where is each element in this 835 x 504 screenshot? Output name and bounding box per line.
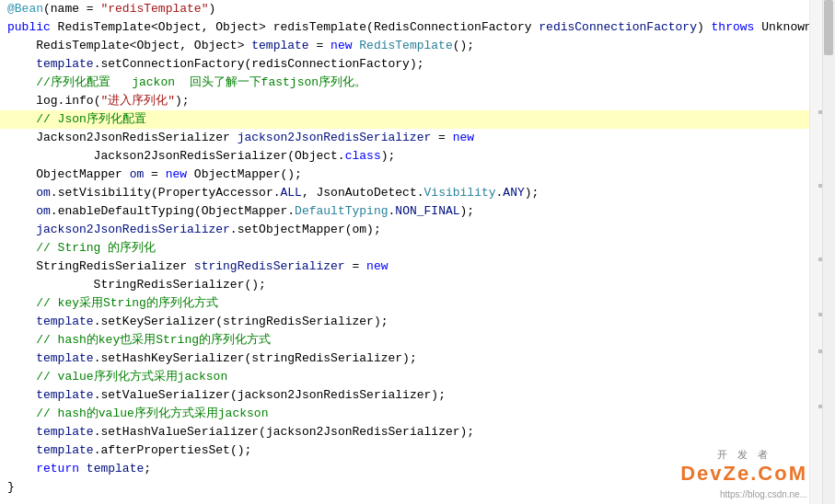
code-editor: @Bean(name = "redisTemplate") public Red… bbox=[0, 0, 835, 504]
code-line-11: om.setVisibility(PropertyAccessor.ALL, J… bbox=[0, 184, 835, 202]
code-line-14: // String 的序列化 bbox=[0, 239, 835, 258]
code-line-16: StringRedisSerializer(); bbox=[0, 276, 835, 294]
code-line-10: ObjectMapper om = new ObjectMapper(); bbox=[0, 166, 835, 184]
watermark-bottom-text: DevZe.CoM bbox=[680, 462, 807, 486]
scrollbar-thumb[interactable] bbox=[824, 0, 833, 55]
watermark: 开 发 者 DevZe.CoM bbox=[680, 448, 807, 486]
vertical-scrollbar[interactable] bbox=[822, 0, 835, 504]
code-line-6: log.info("进入序列化"); bbox=[0, 92, 835, 110]
code-line-18: template.setKeySerializer(stringRedisSer… bbox=[0, 313, 835, 331]
code-line-13: jackson2JsonRedisSerializer.setObjectMap… bbox=[0, 221, 835, 239]
url-label: https://blog.csdn.ne... bbox=[720, 489, 807, 499]
minimap[interactable] bbox=[809, 0, 822, 504]
code-line-9: Jackson2JsonRedisSerializer(Object.class… bbox=[0, 147, 835, 166]
code-line-20: template.setHashKeySerializer(stringRedi… bbox=[0, 349, 835, 368]
code-line-3: RedisTemplate<Object, Object> template =… bbox=[0, 37, 835, 55]
annotation-bean: @Bean bbox=[7, 0, 43, 18]
code-line-7: // Json序列化配置 bbox=[0, 110, 835, 129]
code-line-23: // hash的value序列化方式采用jackson bbox=[0, 405, 835, 423]
code-line-5: //序列化配置 jackon 回头了解一下fastjson序列化。 bbox=[0, 74, 835, 92]
code-line-19: // hash的key也采用String的序列化方式 bbox=[0, 331, 835, 349]
code-line-21: // value序列化方式采用jackson bbox=[0, 368, 835, 386]
code-area[interactable]: @Bean(name = "redisTemplate") public Red… bbox=[0, 0, 835, 504]
code-line-17: // key采用String的序列化方式 bbox=[0, 294, 835, 313]
code-line-12: om.enableDefaultTyping(ObjectMapper.Defa… bbox=[0, 202, 835, 221]
code-line-1: @Bean(name = "redisTemplate") bbox=[0, 0, 835, 18]
code-line-2: public RedisTemplate<Object, Object> red… bbox=[0, 18, 835, 37]
code-line-15: StringRedisSerializer stringRedisSeriali… bbox=[0, 258, 835, 276]
code-line-24: template.setHashValueSerializer(jackson2… bbox=[0, 423, 835, 441]
code-line-22: template.setValueSerializer(jackson2Json… bbox=[0, 386, 835, 405]
code-line-8: Jackson2JsonRedisSerializer jackson2Json… bbox=[0, 129, 835, 147]
watermark-top-text: 开 发 者 bbox=[717, 448, 771, 462]
code-line-4: template.setConnectionFactory(redisConne… bbox=[0, 55, 835, 74]
